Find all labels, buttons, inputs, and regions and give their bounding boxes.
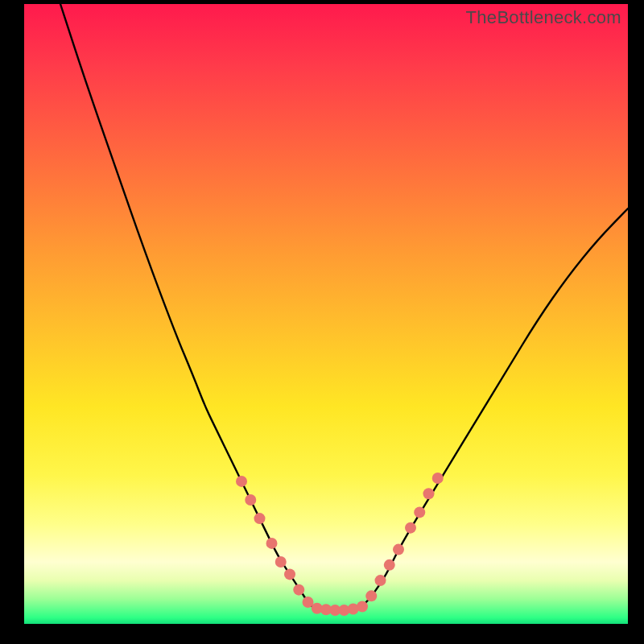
curve-group: [60, 4, 628, 610]
watermark-text: TheBottleneck.com: [466, 7, 621, 28]
data-marker: [284, 568, 295, 580]
data-marker: [348, 604, 359, 615]
data-marker: [266, 538, 278, 549]
data-marker: [384, 559, 395, 571]
data-marker: [293, 584, 304, 596]
data-marker: [275, 556, 287, 568]
chart-frame: TheBottleneck.com: [0, 0, 644, 644]
data-marker: [357, 601, 368, 612]
data-marker: [303, 597, 314, 608]
data-marker: [312, 603, 323, 614]
data-marker: [245, 494, 256, 506]
data-marker: [329, 605, 341, 616]
plot-area: TheBottleneck.com: [24, 4, 628, 624]
marker-group: [236, 473, 444, 616]
data-marker: [365, 590, 377, 601]
data-marker: [432, 473, 444, 484]
data-marker: [405, 522, 416, 534]
data-marker: [339, 605, 350, 616]
data-marker: [393, 544, 404, 555]
bottleneck-curve: [60, 4, 628, 610]
chart-svg: [24, 4, 628, 624]
data-marker: [375, 575, 386, 586]
data-marker: [254, 513, 266, 524]
data-marker: [414, 506, 425, 518]
data-marker: [423, 488, 435, 499]
data-marker: [236, 476, 247, 487]
data-marker: [320, 604, 332, 615]
